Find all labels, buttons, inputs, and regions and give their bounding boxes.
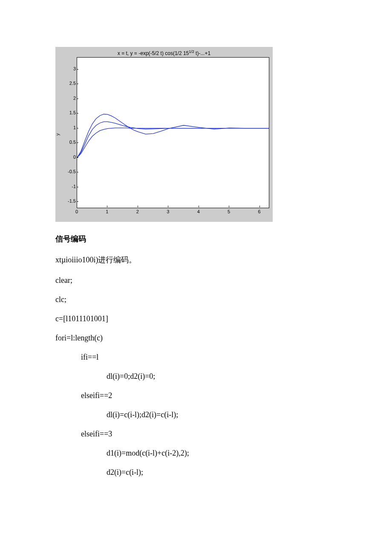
series-mid-damping (77, 122, 269, 157)
code-line: d2(i)=c(i-l); (55, 468, 337, 477)
x-tick-label: 1 (103, 209, 111, 214)
series-high-damping (77, 128, 269, 158)
x-tick-label: 5 (225, 209, 233, 214)
y-axis-label: y (55, 133, 60, 136)
y-tick-label: 0.5 (63, 139, 76, 145)
y-tick-label: 1 (63, 125, 76, 130)
intro-text: xtµioiiio100i)进行编码。 (55, 254, 337, 266)
y-tick-label: -1.5 (63, 198, 76, 203)
y-tick-label: 2 (63, 96, 76, 101)
code-line: c=[l1011101001] (55, 314, 337, 323)
plot-area (77, 57, 269, 208)
y-tick-label: -0.5 (63, 169, 76, 174)
y-tick-label: 3 (63, 66, 76, 71)
code-line: clear; (55, 276, 337, 285)
x-tick-label: 6 (255, 209, 264, 214)
x-tick-label: 4 (194, 209, 203, 214)
y-tick-label: 0 (63, 154, 76, 160)
series-low-damping (77, 114, 269, 158)
code-line: fori=l:length(c) (55, 334, 337, 343)
code-line: elseifi==3 (55, 430, 337, 439)
code-line: ifi==l (55, 353, 337, 362)
chart-title: x = t, y = -exp(-5/2 t) cos(1/2 151/2 t)… (55, 49, 273, 56)
x-tick-label: 3 (164, 209, 172, 214)
x-tick-label: 2 (133, 209, 142, 214)
chart-lines (77, 58, 269, 208)
y-tick-label: 1.5 (63, 110, 76, 115)
y-tick-label: -1 (63, 184, 76, 189)
code-line: d1(i)=mod(c(i-l)+c(i-2),2); (55, 449, 337, 458)
code-line: clc; (55, 295, 337, 304)
code-line: elseifi==2 (55, 391, 337, 400)
chart-figure: x = t, y = -exp(-5/2 t) cos(1/2 151/2 t)… (55, 47, 273, 222)
code-line: dl(i)=c(i-l);d2(i)=c(i-l); (55, 410, 337, 419)
x-tick-label: 0 (72, 209, 81, 214)
y-tick-label: 2.5 (63, 81, 76, 86)
code-line: dl(i)=0;d2(i)=0; (55, 372, 337, 381)
section-heading: 信号编码 (55, 234, 337, 244)
